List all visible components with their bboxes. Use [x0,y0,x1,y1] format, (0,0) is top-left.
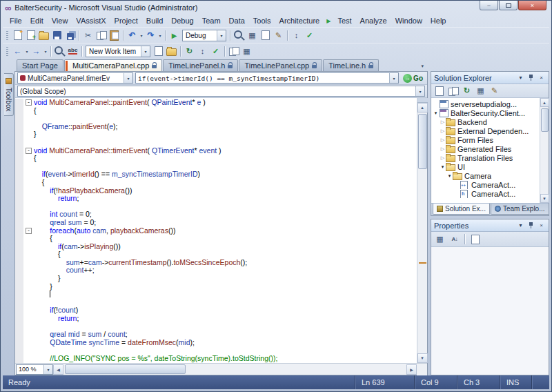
tree-item-form-files[interactable]: ▷Form Files [431,135,540,144]
toolbox-tab[interactable]: Toolbox [4,73,14,116]
breakpoint-gutter[interactable] [15,306,23,315]
goto-button[interactable]: → Go [401,74,425,83]
breakpoint-gutter[interactable] [15,291,23,299]
format-document-button[interactable] [303,29,316,41]
navigate-backward-button[interactable] [11,45,24,57]
menu-debug[interactable]: Debug [167,15,197,26]
find-in-files-button[interactable] [53,45,66,57]
breakpoint-gutter[interactable] [15,210,23,219]
context-combo[interactable]: if(event->timerId() == m_syncTimestampTi… [135,72,399,84]
tree-item-generated-files[interactable]: ▷Generated Files [431,144,540,153]
tree-item-translation-files[interactable]: ▷Translation Files [431,153,540,162]
auto-hide-button[interactable] [526,221,535,230]
code-line[interactable]: } [15,283,417,291]
run-icon[interactable]: ▶ [324,18,333,24]
scroll-up-button[interactable]: ▲ [540,98,549,107]
chevron-down-icon[interactable]: ▾ [124,73,132,83]
scroll-down-button[interactable]: ▼ [540,194,549,203]
scroll-down-button[interactable]: ▼ [417,353,428,363]
solution-explorer-tab[interactable]: Solution Ex... [433,204,490,215]
properties-button[interactable] [433,85,446,97]
paste-button[interactable] [108,29,121,41]
start-debugging-button[interactable] [168,29,181,41]
breakpoint-gutter[interactable] [15,266,23,275]
menu-analyze[interactable]: Analyze [356,15,391,26]
fold-marker[interactable]: - [26,228,32,234]
check-in-button[interactable] [209,45,222,57]
chevron-down-icon[interactable]: ▾ [43,49,48,54]
menu-architecture[interactable]: Architecture [275,15,324,26]
code-editor[interactable]: -void MultiCameraPanel::paintEvent( QPai… [15,98,417,363]
code-line[interactable]: -void MultiCameraPanel::timerEvent( QTim… [15,147,417,155]
code-line[interactable] [15,291,417,299]
expand-arrow-icon[interactable]: ▷ [440,137,446,142]
breakpoint-gutter[interactable] [15,251,23,259]
solution-configurations-combo[interactable]: Debug▾ [182,30,226,41]
menu-team[interactable]: Team [198,15,225,26]
menu-vassistx[interactable]: VAssistX [72,15,110,26]
editor-vertical-scrollbar[interactable]: ▲ ▼ [417,98,427,363]
chevron-down-icon[interactable]: ▾ [389,73,398,83]
expand-arrow-icon[interactable]: ▷ [440,155,446,160]
properties-titlebar[interactable]: Properties ▾ × [431,219,549,232]
breakpoint-gutter[interactable] [15,315,23,323]
collapse-arrow-icon[interactable]: ▾ [433,110,439,115]
work-items-button[interactable] [152,45,165,57]
minimize-button[interactable]: – [480,1,498,10]
tree-item-serversetupdialog[interactable]: serversetupdialog... [431,99,540,108]
breakpoint-gutter[interactable] [15,235,23,243]
open-work-item-button[interactable] [165,45,178,57]
tree-item-external-dependen[interactable]: ▷External Dependen... [431,126,540,135]
breakpoint-gutter[interactable] [15,323,23,331]
pending-changes-button[interactable] [227,45,240,57]
maximize-button[interactable] [499,1,518,10]
code-line[interactable]: return; [15,195,417,203]
chevron-down-icon[interactable]: ▾ [141,46,150,57]
expand-arrow-icon[interactable]: ▷ [440,119,446,124]
auto-hide-button[interactable] [526,73,535,82]
breakpoint-gutter[interactable] [15,299,23,307]
code-line[interactable]: { [15,107,417,115]
view-code-button[interactable] [488,85,501,97]
code-line[interactable]: -void MultiCameraPanel::paintEvent( QPai… [15,99,417,107]
menu-test[interactable]: Test [333,15,355,26]
navigate-forward-button[interactable] [30,45,43,57]
vertical-scrollbar-thumb[interactable] [418,114,427,169]
tree-item-backend[interactable]: ▷Backend [431,117,540,126]
menu-tools[interactable]: Tools [249,15,275,26]
code-line[interactable]: QFrame::paintEvent(e); [15,123,417,131]
tree-item-cameraact[interactable]: CameraAct... [431,180,540,189]
save-all-button[interactable] [63,29,77,41]
cut-button[interactable] [81,29,95,41]
breakpoint-gutter[interactable] [15,339,23,347]
breakpoint-gutter[interactable] [15,179,23,187]
redo-button[interactable] [144,29,157,41]
document-list-dropdown[interactable]: ▾ [421,63,424,69]
open-file-button[interactable] [37,29,50,41]
chevron-down-icon[interactable]: ▾ [139,33,144,38]
breakpoint-gutter[interactable] [15,139,23,147]
menu-help[interactable]: Help [426,15,451,26]
close-button[interactable]: × [518,1,546,10]
member-combo[interactable]: MultiCameraPanel.timerEv ▾ [17,72,133,84]
chevron-down-icon[interactable]: ▾ [415,86,424,96]
breakpoint-gutter[interactable] [15,147,23,155]
breakpoint-gutter[interactable] [15,195,23,203]
breakpoint-gutter[interactable] [15,243,23,251]
breakpoint-gutter[interactable] [15,187,23,195]
properties-window-button[interactable] [259,29,272,41]
tab-timeline-h[interactable]: TimeLine.h [323,59,379,71]
close-icon[interactable]: × [537,221,546,230]
show-all-files-button[interactable] [446,85,460,97]
breakpoint-gutter[interactable] [15,355,23,363]
scroll-right-button[interactable]: ▶ [406,364,417,375]
menu-edit[interactable]: Edit [26,15,48,26]
source-control-explorer-button[interactable] [240,45,253,57]
chevron-down-icon[interactable]: ▾ [24,49,30,54]
breakpoint-gutter[interactable] [15,203,23,211]
refresh-button[interactable] [460,85,473,97]
get-latest-button[interactable] [196,45,209,57]
breakpoint-gutter[interactable] [15,259,23,267]
breakpoint-gutter[interactable] [15,163,23,171]
zoom-combo[interactable]: 100 % ▾ [16,364,53,375]
